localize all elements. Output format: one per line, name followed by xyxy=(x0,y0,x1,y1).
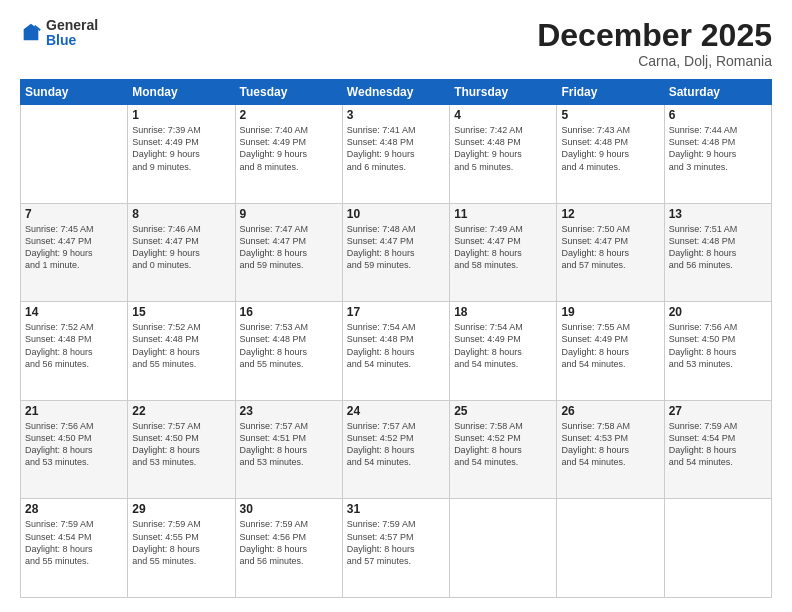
day-number: 31 xyxy=(347,502,445,516)
day-number: 22 xyxy=(132,404,230,418)
day-number: 9 xyxy=(240,207,338,221)
calendar: SundayMondayTuesdayWednesdayThursdayFrid… xyxy=(20,79,772,598)
calendar-cell: 13Sunrise: 7:51 AM Sunset: 4:48 PM Dayli… xyxy=(664,203,771,302)
calendar-cell: 27Sunrise: 7:59 AM Sunset: 4:54 PM Dayli… xyxy=(664,400,771,499)
calendar-cell: 4Sunrise: 7:42 AM Sunset: 4:48 PM Daylig… xyxy=(450,105,557,204)
day-number: 10 xyxy=(347,207,445,221)
calendar-cell xyxy=(664,499,771,598)
calendar-cell: 16Sunrise: 7:53 AM Sunset: 4:48 PM Dayli… xyxy=(235,302,342,401)
calendar-cell: 23Sunrise: 7:57 AM Sunset: 4:51 PM Dayli… xyxy=(235,400,342,499)
calendar-week-4: 21Sunrise: 7:56 AM Sunset: 4:50 PM Dayli… xyxy=(21,400,772,499)
calendar-week-2: 7Sunrise: 7:45 AM Sunset: 4:47 PM Daylig… xyxy=(21,203,772,302)
calendar-cell: 24Sunrise: 7:57 AM Sunset: 4:52 PM Dayli… xyxy=(342,400,449,499)
day-number: 25 xyxy=(454,404,552,418)
calendar-cell: 18Sunrise: 7:54 AM Sunset: 4:49 PM Dayli… xyxy=(450,302,557,401)
calendar-cell: 12Sunrise: 7:50 AM Sunset: 4:47 PM Dayli… xyxy=(557,203,664,302)
logo-blue-text: Blue xyxy=(46,32,76,48)
cell-info: Sunrise: 7:57 AM Sunset: 4:50 PM Dayligh… xyxy=(132,420,230,469)
title-block: December 2025 Carna, Dolj, Romania xyxy=(537,18,772,69)
day-number: 17 xyxy=(347,305,445,319)
day-number: 13 xyxy=(669,207,767,221)
calendar-cell xyxy=(557,499,664,598)
day-number: 27 xyxy=(669,404,767,418)
cell-info: Sunrise: 7:52 AM Sunset: 4:48 PM Dayligh… xyxy=(132,321,230,370)
calendar-cell: 26Sunrise: 7:58 AM Sunset: 4:53 PM Dayli… xyxy=(557,400,664,499)
calendar-cell: 30Sunrise: 7:59 AM Sunset: 4:56 PM Dayli… xyxy=(235,499,342,598)
day-number: 11 xyxy=(454,207,552,221)
day-number: 6 xyxy=(669,108,767,122)
calendar-week-5: 28Sunrise: 7:59 AM Sunset: 4:54 PM Dayli… xyxy=(21,499,772,598)
cell-info: Sunrise: 7:58 AM Sunset: 4:53 PM Dayligh… xyxy=(561,420,659,469)
calendar-cell: 6Sunrise: 7:44 AM Sunset: 4:48 PM Daylig… xyxy=(664,105,771,204)
day-number: 19 xyxy=(561,305,659,319)
calendar-cell: 17Sunrise: 7:54 AM Sunset: 4:48 PM Dayli… xyxy=(342,302,449,401)
cell-info: Sunrise: 7:40 AM Sunset: 4:49 PM Dayligh… xyxy=(240,124,338,173)
cell-info: Sunrise: 7:54 AM Sunset: 4:49 PM Dayligh… xyxy=(454,321,552,370)
cell-info: Sunrise: 7:43 AM Sunset: 4:48 PM Dayligh… xyxy=(561,124,659,173)
logo-general-text: General xyxy=(46,17,98,33)
calendar-cell: 15Sunrise: 7:52 AM Sunset: 4:48 PM Dayli… xyxy=(128,302,235,401)
day-number: 21 xyxy=(25,404,123,418)
calendar-cell: 9Sunrise: 7:47 AM Sunset: 4:47 PM Daylig… xyxy=(235,203,342,302)
col-header-thursday: Thursday xyxy=(450,80,557,105)
day-number: 24 xyxy=(347,404,445,418)
day-number: 14 xyxy=(25,305,123,319)
day-number: 16 xyxy=(240,305,338,319)
cell-info: Sunrise: 7:39 AM Sunset: 4:49 PM Dayligh… xyxy=(132,124,230,173)
calendar-cell: 5Sunrise: 7:43 AM Sunset: 4:48 PM Daylig… xyxy=(557,105,664,204)
logo-icon xyxy=(20,22,42,44)
calendar-cell: 19Sunrise: 7:55 AM Sunset: 4:49 PM Dayli… xyxy=(557,302,664,401)
day-number: 23 xyxy=(240,404,338,418)
calendar-cell: 20Sunrise: 7:56 AM Sunset: 4:50 PM Dayli… xyxy=(664,302,771,401)
cell-info: Sunrise: 7:53 AM Sunset: 4:48 PM Dayligh… xyxy=(240,321,338,370)
day-number: 4 xyxy=(454,108,552,122)
calendar-cell: 1Sunrise: 7:39 AM Sunset: 4:49 PM Daylig… xyxy=(128,105,235,204)
cell-info: Sunrise: 7:47 AM Sunset: 4:47 PM Dayligh… xyxy=(240,223,338,272)
cell-info: Sunrise: 7:59 AM Sunset: 4:54 PM Dayligh… xyxy=(25,518,123,567)
cell-info: Sunrise: 7:42 AM Sunset: 4:48 PM Dayligh… xyxy=(454,124,552,173)
calendar-cell: 31Sunrise: 7:59 AM Sunset: 4:57 PM Dayli… xyxy=(342,499,449,598)
logo: General Blue xyxy=(20,18,98,49)
cell-info: Sunrise: 7:55 AM Sunset: 4:49 PM Dayligh… xyxy=(561,321,659,370)
col-header-saturday: Saturday xyxy=(664,80,771,105)
day-number: 15 xyxy=(132,305,230,319)
calendar-cell: 2Sunrise: 7:40 AM Sunset: 4:49 PM Daylig… xyxy=(235,105,342,204)
calendar-cell xyxy=(21,105,128,204)
col-header-tuesday: Tuesday xyxy=(235,80,342,105)
cell-info: Sunrise: 7:49 AM Sunset: 4:47 PM Dayligh… xyxy=(454,223,552,272)
day-number: 3 xyxy=(347,108,445,122)
col-header-wednesday: Wednesday xyxy=(342,80,449,105)
month-title: December 2025 xyxy=(537,18,772,53)
day-number: 8 xyxy=(132,207,230,221)
cell-info: Sunrise: 7:46 AM Sunset: 4:47 PM Dayligh… xyxy=(132,223,230,272)
col-header-monday: Monday xyxy=(128,80,235,105)
header: General Blue December 2025 Carna, Dolj, … xyxy=(20,18,772,69)
cell-info: Sunrise: 7:54 AM Sunset: 4:48 PM Dayligh… xyxy=(347,321,445,370)
cell-info: Sunrise: 7:44 AM Sunset: 4:48 PM Dayligh… xyxy=(669,124,767,173)
calendar-cell xyxy=(450,499,557,598)
cell-info: Sunrise: 7:50 AM Sunset: 4:47 PM Dayligh… xyxy=(561,223,659,272)
cell-info: Sunrise: 7:58 AM Sunset: 4:52 PM Dayligh… xyxy=(454,420,552,469)
calendar-week-1: 1Sunrise: 7:39 AM Sunset: 4:49 PM Daylig… xyxy=(21,105,772,204)
day-number: 26 xyxy=(561,404,659,418)
day-number: 28 xyxy=(25,502,123,516)
calendar-week-3: 14Sunrise: 7:52 AM Sunset: 4:48 PM Dayli… xyxy=(21,302,772,401)
cell-info: Sunrise: 7:52 AM Sunset: 4:48 PM Dayligh… xyxy=(25,321,123,370)
cell-info: Sunrise: 7:57 AM Sunset: 4:52 PM Dayligh… xyxy=(347,420,445,469)
calendar-cell: 3Sunrise: 7:41 AM Sunset: 4:48 PM Daylig… xyxy=(342,105,449,204)
calendar-cell: 10Sunrise: 7:48 AM Sunset: 4:47 PM Dayli… xyxy=(342,203,449,302)
calendar-header-row: SundayMondayTuesdayWednesdayThursdayFrid… xyxy=(21,80,772,105)
cell-info: Sunrise: 7:59 AM Sunset: 4:54 PM Dayligh… xyxy=(669,420,767,469)
day-number: 29 xyxy=(132,502,230,516)
cell-info: Sunrise: 7:56 AM Sunset: 4:50 PM Dayligh… xyxy=(669,321,767,370)
day-number: 20 xyxy=(669,305,767,319)
calendar-cell: 11Sunrise: 7:49 AM Sunset: 4:47 PM Dayli… xyxy=(450,203,557,302)
calendar-cell: 14Sunrise: 7:52 AM Sunset: 4:48 PM Dayli… xyxy=(21,302,128,401)
cell-info: Sunrise: 7:57 AM Sunset: 4:51 PM Dayligh… xyxy=(240,420,338,469)
page: General Blue December 2025 Carna, Dolj, … xyxy=(0,0,792,612)
day-number: 18 xyxy=(454,305,552,319)
cell-info: Sunrise: 7:59 AM Sunset: 4:56 PM Dayligh… xyxy=(240,518,338,567)
cell-info: Sunrise: 7:45 AM Sunset: 4:47 PM Dayligh… xyxy=(25,223,123,272)
calendar-cell: 25Sunrise: 7:58 AM Sunset: 4:52 PM Dayli… xyxy=(450,400,557,499)
cell-info: Sunrise: 7:59 AM Sunset: 4:57 PM Dayligh… xyxy=(347,518,445,567)
